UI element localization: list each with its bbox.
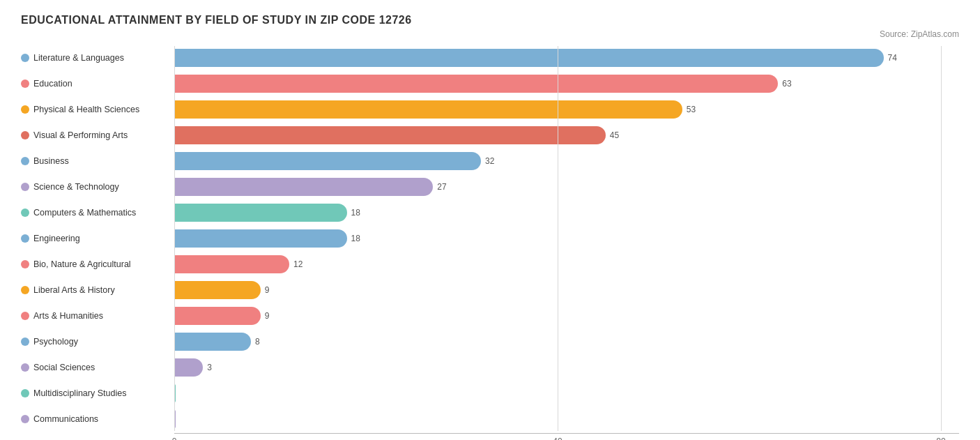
bar-row: Science & Technology27 — [21, 175, 959, 199]
bar-label-text: Arts & Humanities — [33, 311, 103, 321]
bar-dot — [21, 79, 29, 88]
bar-row: Communications — [21, 407, 959, 431]
bar-label: Visual & Performing Arts — [21, 130, 174, 140]
bar-label: Social Sciences — [21, 363, 174, 372]
bar-label: Engineering — [21, 234, 174, 243]
bar-dot — [21, 415, 29, 423]
bar-label-text: Literature & Languages — [33, 53, 124, 63]
bar-dot — [21, 312, 29, 320]
bar-fill — [174, 358, 203, 377]
bar-fill — [174, 307, 261, 325]
bar-row: Literature & Languages74 — [21, 46, 959, 70]
x-axis-tick: 80 — [936, 437, 945, 440]
bar-container — [174, 410, 959, 428]
bar-container: 8 — [174, 333, 959, 351]
bar-value-label: 32 — [485, 156, 494, 166]
bar-container — [174, 384, 959, 402]
bar-value-label: 9 — [265, 311, 270, 321]
bar-dot — [21, 131, 29, 139]
bar-label-text: Science & Technology — [33, 182, 119, 192]
bar-dot — [21, 234, 29, 243]
bar-value-label: 8 — [255, 337, 260, 347]
bar-row: Computers & Mathematics18 — [21, 201, 959, 225]
bar-dot — [21, 183, 29, 191]
bar-container: 63 — [174, 75, 959, 93]
bar-row: Liberal Arts & History9 — [21, 278, 959, 302]
bar-label-text: Physical & Health Sciences — [33, 105, 139, 114]
x-axis: 04080 — [174, 433, 959, 440]
bar-label: Communications — [21, 414, 174, 424]
bar-fill — [174, 49, 884, 67]
bar-row: Education63 — [21, 72, 959, 96]
bar-label-text: Psychology — [33, 337, 78, 347]
bar-fill — [174, 333, 251, 351]
bar-label: Science & Technology — [21, 182, 174, 192]
bar-row: Physical & Health Sciences53 — [21, 98, 959, 121]
bar-value-label: 74 — [888, 53, 897, 63]
x-axis-tick: 40 — [553, 437, 562, 440]
bar-fill — [174, 100, 682, 119]
bar-fill — [174, 255, 289, 273]
bar-container: 74 — [174, 49, 959, 67]
bar-label: Physical & Health Sciences — [21, 105, 174, 114]
bar-dot — [21, 363, 29, 372]
bar-dot — [21, 286, 29, 294]
bar-label: Liberal Arts & History — [21, 285, 174, 295]
chart-title: EDUCATIONAL ATTAINMENT BY FIELD OF STUDY… — [21, 14, 959, 26]
bar-label-text: Social Sciences — [33, 363, 95, 372]
bar-label: Business — [21, 156, 174, 166]
bar-label-text: Engineering — [33, 234, 80, 243]
bar-value-label: 18 — [351, 208, 360, 218]
bar-row: Arts & Humanities9 — [21, 304, 959, 328]
bar-value-label: 3 — [207, 363, 212, 372]
bar-label: Computers & Mathematics — [21, 208, 174, 218]
bar-row: Multidisciplinary Studies — [21, 381, 959, 405]
source-label: Source: ZipAtlas.com — [21, 29, 959, 39]
bar-value-label: 9 — [265, 285, 270, 295]
bar-dot — [21, 389, 29, 397]
bar-label: Multidisciplinary Studies — [21, 388, 174, 398]
bar-label-text: Communications — [33, 414, 98, 424]
bar-container: 32 — [174, 152, 959, 170]
bar-label-text: Visual & Performing Arts — [33, 130, 128, 140]
bar-fill — [174, 410, 176, 428]
bar-label: Literature & Languages — [21, 53, 174, 63]
bar-value-label: 63 — [782, 79, 791, 89]
bar-container: 27 — [174, 178, 959, 196]
x-axis-tick: 0 — [172, 437, 177, 440]
bar-label-text: Computers & Mathematics — [33, 208, 136, 218]
bar-fill — [174, 126, 606, 144]
bar-row: Social Sciences3 — [21, 356, 959, 379]
bar-label-text: Business — [33, 156, 69, 166]
bar-label: Bio, Nature & Agricultural — [21, 259, 174, 269]
bar-dot — [21, 54, 29, 62]
chart-area: Literature & Languages74Education63Physi… — [21, 46, 959, 431]
bar-row: Engineering18 — [21, 227, 959, 250]
bar-row: Business32 — [21, 149, 959, 173]
bar-container: 12 — [174, 255, 959, 273]
bar-fill — [174, 384, 176, 402]
bar-value-label: 18 — [351, 234, 360, 243]
bar-value-label: 12 — [293, 259, 303, 269]
bar-label: Psychology — [21, 337, 174, 347]
bar-dot — [21, 208, 29, 217]
bar-label-text: Bio, Nature & Agricultural — [33, 259, 131, 269]
bar-label: Arts & Humanities — [21, 311, 174, 321]
bar-label-text: Multidisciplinary Studies — [33, 388, 126, 398]
bar-container: 18 — [174, 204, 959, 222]
bar-container: 3 — [174, 358, 959, 377]
bar-container: 9 — [174, 307, 959, 325]
bar-dot — [21, 157, 29, 165]
bar-label: Education — [21, 79, 174, 89]
bar-row: Bio, Nature & Agricultural12 — [21, 252, 959, 276]
bar-fill — [174, 229, 347, 248]
bar-fill — [174, 152, 481, 170]
bar-dot — [21, 105, 29, 114]
bar-dot — [21, 260, 29, 268]
bar-row: Visual & Performing Arts45 — [21, 123, 959, 147]
bar-value-label: 53 — [687, 105, 696, 114]
bar-container: 53 — [174, 100, 959, 119]
bar-container: 45 — [174, 126, 959, 144]
bar-value-label: 27 — [437, 182, 446, 192]
bar-fill — [174, 204, 347, 222]
